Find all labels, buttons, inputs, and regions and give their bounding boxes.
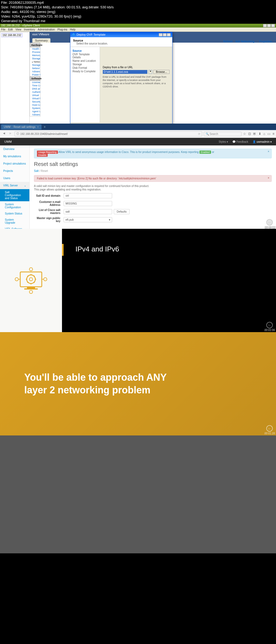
dialog-maximize[interactable]: □: [163, 33, 167, 36]
hw-health[interactable]: Health S: [30, 47, 40, 50]
menu-help[interactable]: Help: [70, 28, 76, 31]
deploy-url-input[interactable]: D:\virl.1.1.1.esxi.ova: [103, 70, 147, 74]
sw-agent[interactable]: Agent V: [30, 110, 40, 113]
right-actions: Refresh Add Networking... Properties...: [223, 40, 274, 43]
crumb-reset: Reset: [41, 169, 48, 172]
close-button[interactable]: ×: [271, 24, 275, 27]
sw-vm[interactable]: Virtual M: [30, 97, 40, 100]
hw-storage-adapters[interactable]: Storage: [30, 63, 40, 67]
sidebar-projects[interactable]: Projects: [0, 167, 29, 175]
hw-networking[interactable]: Networ: [30, 60, 40, 63]
defaults-button[interactable]: Defaults: [114, 209, 130, 214]
alert-close-icon[interactable]: ×: [268, 150, 269, 153]
enabled-badge[interactable]: Enabled: [199, 151, 211, 154]
tab-close-icon[interactable]: ×: [37, 125, 39, 128]
vsphere-window: 192.168.08.232 - vSphere Client _ □ × Fi…: [0, 24, 276, 124]
hw-memory[interactable]: Memory: [30, 54, 40, 57]
masters-input[interactable]: salt: [64, 209, 112, 214]
nav-ovf-details[interactable]: OVF Template Details: [73, 53, 98, 59]
uwm-brand[interactable]: UWM: [4, 140, 12, 143]
dialog-minimize[interactable]: _: [159, 33, 163, 36]
hw-power[interactable]: Power M: [30, 73, 40, 76]
sidebar-users[interactable]: Users: [0, 175, 29, 182]
shield-icon[interactable]: ⛨: [253, 132, 256, 136]
svg-point-15: [29, 268, 33, 271]
url-bar[interactable]: ⓘ 192.168.88.203:19400/admin/salt/reset/…: [15, 131, 202, 137]
menu-icon[interactable]: ≡: [272, 132, 274, 136]
window-controls: _ □ ×: [263, 24, 275, 27]
slide-line-1: You'll be able to approach ANY: [24, 371, 167, 384]
menu-administration[interactable]: Administration: [38, 28, 55, 31]
feedback-link[interactable]: 💬 Feedback: [232, 140, 248, 143]
action-add-networking[interactable]: Add Networking...: [235, 40, 257, 43]
bookmarks-icon[interactable]: ▭: [267, 132, 270, 136]
salt-id-input[interactable]: virl: [64, 193, 112, 198]
reload-icon[interactable]: ⟳: [198, 132, 200, 135]
styles-dropdown[interactable]: Styles ▾: [219, 140, 228, 143]
home-icon[interactable]: ⌂: [263, 132, 265, 136]
timestamp: 00:00:28: [264, 120, 275, 123]
error-close-icon[interactable]: ×: [268, 176, 269, 179]
new-tab-button[interactable]: +: [42, 125, 48, 129]
sw-auth[interactable]: Authent: [30, 90, 40, 94]
nav-ready[interactable]: Ready to Complete: [73, 70, 98, 73]
maximize-button[interactable]: □: [267, 24, 271, 27]
sidebar-overview[interactable]: Overview: [0, 145, 29, 153]
meta-video: Video: h264, yuv420p, 1280x720, 30.00 fp…: [1, 14, 275, 19]
minimize-button[interactable]: _: [263, 24, 267, 27]
nav-name-location[interactable]: Name and Location: [73, 59, 98, 63]
tab-summary[interactable]: Summary: [32, 38, 50, 43]
vsphere-titlebar: 192.168.08.232 - vSphere Client _ □ ×: [0, 24, 276, 28]
sidebar-system-status[interactable]: System Status: [0, 210, 29, 217]
sw-security[interactable]: Security: [30, 100, 40, 103]
menu-inventory[interactable]: Inventory: [24, 28, 35, 31]
menu-edit[interactable]: Edit: [8, 28, 13, 31]
disable-badge[interactable]: Disable: [37, 154, 48, 157]
sw-virtual[interactable]: Virtual: [30, 94, 40, 97]
sign-select[interactable]: eft.pub▾: [64, 217, 112, 222]
menu-file[interactable]: File: [1, 28, 5, 31]
sw-time[interactable]: Time Co: [30, 84, 40, 87]
menu-view[interactable]: View: [15, 28, 21, 31]
sw-system[interactable]: System: [30, 107, 40, 110]
sidebar-projsim[interactable]: Project simulations: [0, 160, 29, 167]
browse-button[interactable]: Browse...: [153, 70, 170, 74]
hardware-header: Hardware: [30, 43, 40, 47]
sidebar-system-config[interactable]: System Configuration: [0, 201, 29, 210]
form-intro-1: A valid salt minion key and master confi…: [34, 185, 272, 188]
timestamp: 00:01:06: [264, 329, 275, 332]
nav-source[interactable]: Source: [73, 49, 98, 53]
firefox-tab[interactable]: UWM :: Reset salt settings ×: [1, 124, 42, 130]
action-properties[interactable]: Properties...: [259, 40, 274, 43]
sw-license[interactable]: License: [30, 81, 40, 84]
user-menu[interactable]: 👤 uwmadmin ▾: [253, 140, 272, 143]
menu-plugins[interactable]: Plug-ins: [57, 28, 67, 31]
pocket-icon[interactable]: ⊡: [248, 132, 251, 136]
sidebar-salt-config[interactable]: Salt Configuration and Status: [0, 189, 29, 201]
forward-icon[interactable]: ►: [8, 131, 13, 136]
action-refresh[interactable]: Refresh: [223, 40, 233, 43]
sidebar-system-upgrade[interactable]: System Upgrade: [0, 217, 29, 226]
sw-hostcache[interactable]: Host Ca: [30, 103, 40, 107]
email-input[interactable]: MISSING: [64, 201, 112, 206]
hw-network-adapters[interactable]: Networ: [30, 67, 40, 70]
dialog-close[interactable]: ×: [167, 33, 171, 36]
sw-dns[interactable]: DNS an: [30, 87, 40, 90]
deploy-url-dropdown[interactable]: ▼: [149, 70, 152, 74]
nav-storage[interactable]: Storage: [73, 63, 98, 66]
back-icon[interactable]: ◄: [2, 131, 6, 136]
inventory-tree[interactable]: 192.168.88.232: [0, 32, 30, 124]
sidebar-mysim[interactable]: My simulations: [0, 153, 29, 160]
play-icon[interactable]: ▷: [266, 322, 273, 328]
download-icon[interactable]: ⬇: [258, 132, 261, 136]
hw-advanced[interactable]: Advanc: [30, 70, 40, 73]
hw-processors[interactable]: Process: [30, 50, 40, 54]
nav-disk-format[interactable]: Disk Format: [73, 66, 98, 70]
tree-host[interactable]: 192.168.88.232: [1, 33, 22, 37]
star-icon[interactable]: ☆: [243, 132, 246, 136]
sw-advanced[interactable]: Advanc: [30, 113, 40, 116]
hw-storage[interactable]: Storage: [30, 57, 40, 60]
crumb-salt[interactable]: Salt: [34, 169, 39, 172]
sidebar-virl-server[interactable]: VIRL Server⌄: [0, 182, 29, 189]
search-box[interactable]: 🔍 Search: [204, 132, 242, 136]
